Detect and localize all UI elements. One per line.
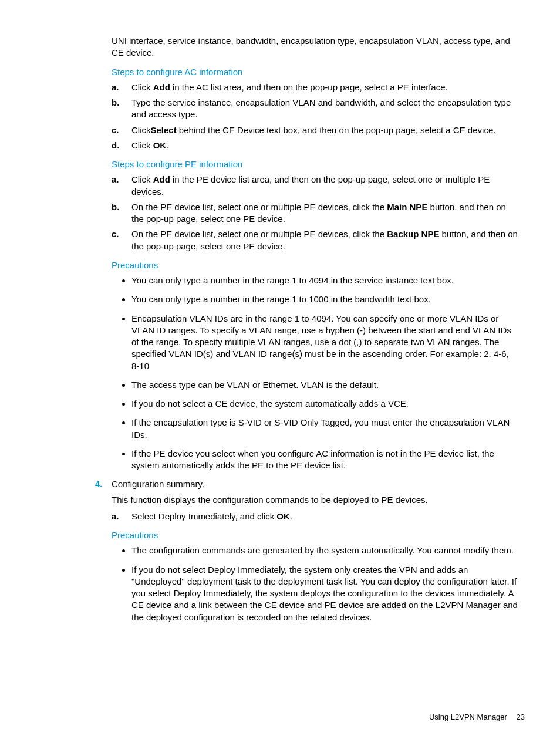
item-marker: a. [112, 174, 119, 185]
list-item: If you do not select a CE device, the sy… [131, 398, 519, 410]
item-text: Type the service instance, encapsulation… [131, 97, 511, 119]
list-item: If the PE device you select when you con… [131, 448, 519, 472]
list-item: a.Click Add in the AC list area, and the… [112, 82, 519, 93]
list-item: a.Select Deploy Immediately, and click O… [112, 511, 519, 522]
item-text: Click OK. [131, 140, 168, 150]
step-4-description: This function displays the configuration… [112, 494, 519, 506]
list-item: a.Click Add in the PE device list area, … [112, 174, 519, 198]
heading-pe-steps: Steps to configure PE information [112, 158, 519, 170]
list-item: Encapsulation VLAN IDs are in the range … [131, 313, 519, 372]
item-marker: c. [112, 124, 119, 136]
step-4-sublist: a.Select Deploy Immediately, and click O… [112, 511, 519, 522]
precautions-list-2: The configuration commands are generated… [112, 545, 519, 623]
item-marker: a. [112, 82, 119, 93]
list-item: c.ClickSelect behind the CE Device text … [112, 124, 519, 136]
precautions-list-1: You can only type a number in the range … [112, 275, 519, 471]
list-item: You can only type a number in the range … [131, 275, 519, 286]
item-marker: d. [112, 140, 119, 151]
heading-ac-steps: Steps to configure AC information [112, 66, 519, 78]
page-footer: Using L2VPN Manager 23 [429, 712, 525, 723]
item-text: Click Add in the PE device list area, an… [131, 174, 490, 196]
step-4: 4. Configuration summary. [95, 478, 519, 490]
item-marker: b. [112, 201, 119, 213]
list-item: c.On the PE device list, select one or m… [112, 228, 519, 252]
item-text: Select Deploy Immediately, and click OK. [131, 511, 292, 521]
footer-text: Using L2VPN Manager [429, 713, 507, 721]
step-number: 4. [95, 478, 103, 490]
intro-paragraph: UNI interface, service instance, bandwid… [112, 35, 519, 59]
step-title: Configuration summary. [112, 479, 204, 489]
heading-precautions-1: Precautions [112, 259, 519, 271]
item-marker: b. [112, 97, 119, 109]
page-number: 23 [517, 713, 525, 721]
page-content: UNI interface, service instance, bandwid… [112, 35, 519, 623]
heading-precautions-2: Precautions [112, 529, 519, 541]
list-item: If the encapsulation type is S-VID or S-… [131, 417, 519, 441]
list-item: You can only type a number in the range … [131, 293, 519, 305]
list-item: d.Click OK. [112, 140, 519, 151]
item-text: On the PE device list, select one or mul… [131, 202, 506, 224]
list-item: b.Type the service instance, encapsulati… [112, 97, 519, 121]
item-marker: a. [112, 511, 119, 522]
list-item: b.On the PE device list, select one or m… [112, 201, 519, 225]
item-text: Click Add in the AC list area, and then … [131, 82, 448, 92]
item-text: ClickSelect behind the CE Device text bo… [131, 125, 495, 135]
list-item: The configuration commands are generated… [131, 545, 519, 556]
ac-steps-list: a.Click Add in the AC list area, and the… [112, 82, 519, 151]
list-item: The access type can be VLAN or Ethernet.… [131, 379, 519, 391]
pe-steps-list: a.Click Add in the PE device list area, … [112, 174, 519, 252]
item-text: On the PE device list, select one or mul… [131, 229, 518, 251]
item-marker: c. [112, 228, 119, 240]
list-item: If you do not select Deploy Immediately,… [131, 564, 519, 623]
